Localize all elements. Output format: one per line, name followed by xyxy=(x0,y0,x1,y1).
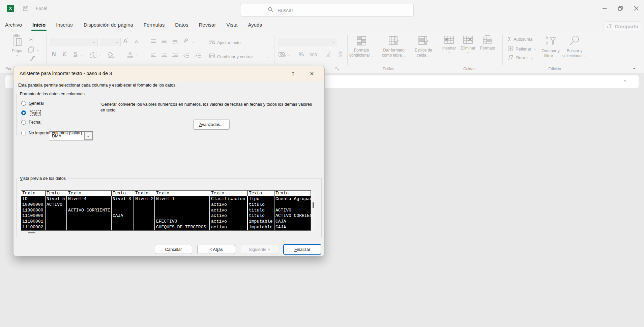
preview-cell[interactable]: 11100001 xyxy=(21,219,46,225)
preview-cell[interactable] xyxy=(46,213,67,219)
tab-revisar[interactable]: Revisar xyxy=(198,21,217,28)
preview-format-cell[interactable]: Texto xyxy=(248,191,274,196)
preview-cell[interactable] xyxy=(67,213,112,219)
align-right-icon[interactable] xyxy=(172,53,178,59)
preview-cell[interactable] xyxy=(134,225,155,230)
wrap-text-icon[interactable] xyxy=(209,39,215,46)
search-input[interactable]: Buscar xyxy=(240,4,414,17)
preview-cell[interactable]: CHEQUES DE TERCEROS xyxy=(155,225,210,230)
orientation-button[interactable]: ab xyxy=(182,37,189,44)
preview-cell[interactable] xyxy=(134,208,155,214)
accounting-format-button[interactable] xyxy=(279,52,286,59)
preview-cell[interactable]: Cuenta Agrupad xyxy=(274,196,311,202)
preview-cell[interactable]: activo xyxy=(210,202,248,208)
preview-cell[interactable]: titulo xyxy=(248,208,274,214)
shrink-font-button[interactable]: Aˇ xyxy=(135,38,139,44)
radio-skip-column[interactable]: No importar columna (saltar) xyxy=(21,131,82,135)
preview-cell[interactable] xyxy=(67,219,112,225)
preview-format-cell[interactable]: Texto xyxy=(67,191,112,196)
percent-button[interactable]: % xyxy=(299,51,304,58)
preview-format-cell[interactable]: Texto xyxy=(46,191,67,196)
preview-cell[interactable]: CAJA xyxy=(274,225,311,230)
preview-cell[interactable]: Tipo xyxy=(248,196,274,202)
preview-cell[interactable]: 11000000 xyxy=(21,208,46,214)
radio-date-circle[interactable] xyxy=(21,120,26,125)
preview-cell[interactable]: Clasificacion xyxy=(210,196,248,202)
preview-cell[interactable]: Nivel 4 xyxy=(67,196,112,202)
autosum-button[interactable]: Σ Autosuma ⌄ xyxy=(508,36,538,42)
number-format-combo[interactable]: ⌄ xyxy=(278,38,337,46)
preview-cell[interactable] xyxy=(134,202,155,208)
preview-vertical-scrollbar[interactable] xyxy=(312,191,315,230)
decrease-indent-icon[interactable] xyxy=(183,53,190,59)
radio-text[interactable]: Texto xyxy=(21,110,41,116)
preview-cell[interactable] xyxy=(155,208,210,214)
number-dialog-launcher-icon[interactable] xyxy=(335,66,339,72)
underline-button[interactable]: S xyxy=(74,51,77,57)
next-button[interactable]: Siguiente > xyxy=(241,245,278,254)
preview-cell[interactable] xyxy=(67,225,112,230)
radio-skip-circle[interactable] xyxy=(21,131,26,135)
dialog-titlebar[interactable]: Asistente para importar texto - paso 3 d… xyxy=(13,66,324,81)
copy-button[interactable] xyxy=(28,46,34,54)
advanced-button[interactable]: Avanzadas... xyxy=(193,120,230,130)
align-left-icon[interactable] xyxy=(150,53,157,59)
decrease-decimal-button[interactable]: .00→.0 xyxy=(336,51,342,57)
font-color-button[interactable]: A xyxy=(127,51,133,58)
preview-format-cell[interactable]: Texto xyxy=(112,191,134,196)
preview-cell[interactable]: Nivel 1 xyxy=(155,196,210,202)
sort-filter-button[interactable]: A Z Ordenar y filtrar ⌄ xyxy=(539,35,562,59)
preview-cell[interactable]: CAJA xyxy=(112,213,134,219)
tab-datos[interactable]: Datos xyxy=(174,21,189,28)
increase-indent-icon[interactable] xyxy=(195,53,202,59)
cancel-button[interactable]: Cancelar xyxy=(155,245,192,254)
comma-style-button[interactable]: 000 xyxy=(310,53,317,57)
radio-general[interactable]: General xyxy=(21,101,43,106)
preview-cell[interactable]: 10000000 xyxy=(21,202,46,208)
preview-format-cell[interactable]: Texto xyxy=(155,191,210,196)
tab-inicio[interactable]: Inicio xyxy=(31,21,47,28)
preview-cell[interactable] xyxy=(112,202,134,208)
preview-cell[interactable]: Nivel 5 xyxy=(46,196,67,202)
align-bottom-icon[interactable] xyxy=(172,39,178,45)
preview-cell[interactable] xyxy=(134,213,155,219)
expand-formula-bar-icon[interactable]: ^ xyxy=(624,79,626,84)
preview-cell[interactable]: 11100002 xyxy=(21,225,46,230)
preview-cell[interactable]: activo xyxy=(210,225,248,230)
increase-decimal-button[interactable]: ←.0.00 xyxy=(325,51,330,57)
align-top-icon[interactable] xyxy=(150,39,157,45)
radio-date[interactable]: Fecha: xyxy=(21,120,41,125)
preview-cell[interactable] xyxy=(274,202,311,208)
conditional-formatting-button[interactable]: Formato condicional ⌄ xyxy=(345,35,378,58)
preview-cell[interactable]: activo xyxy=(210,219,248,225)
preview-format-cell[interactable]: Texto xyxy=(210,191,248,196)
preview-cell[interactable]: titulo xyxy=(248,213,274,219)
format-painter-button[interactable] xyxy=(29,55,35,63)
tab-vista[interactable]: Vista xyxy=(225,21,238,28)
format-cells-button[interactable]: Formato ⌄ xyxy=(478,35,497,54)
preview-cell[interactable] xyxy=(134,219,155,225)
preview-format-cell[interactable]: Texto xyxy=(274,191,311,196)
preview-cell[interactable]: Nivel 2 xyxy=(134,196,155,202)
insert-cells-button[interactable]: Insertar ⌄ xyxy=(440,35,459,54)
radio-general-circle[interactable] xyxy=(21,101,26,106)
tab-insertar[interactable]: Insertar xyxy=(55,21,74,28)
preview-cell[interactable]: Nivel 3 xyxy=(112,196,134,202)
preview-cell[interactable]: activo xyxy=(210,208,248,214)
wrap-text-button[interactable]: Ajustar texto xyxy=(217,40,240,45)
preview-format-cell[interactable]: Texto xyxy=(21,191,46,196)
preview-cell[interactable]: ACTIVO xyxy=(274,208,311,214)
preview-cell[interactable]: imputable xyxy=(248,225,274,230)
preview-cell[interactable]: ACTIVO xyxy=(46,202,67,208)
font-name-combo[interactable]: ⌄ xyxy=(51,38,98,46)
merge-center-button[interactable]: Combinar y centrar xyxy=(217,55,253,59)
find-select-button[interactable]: Buscar y seleccionar ⌄ xyxy=(561,35,588,59)
preview-cell[interactable] xyxy=(67,202,112,208)
format-as-table-button[interactable]: Dar formato como tabla ⌄ xyxy=(378,35,410,58)
share-button[interactable]: Compartir xyxy=(604,21,642,31)
preview-cell[interactable] xyxy=(112,208,134,214)
preview-cell[interactable] xyxy=(155,202,210,208)
cut-button[interactable]: ✂ xyxy=(29,36,33,43)
preview-cell[interactable] xyxy=(112,225,134,230)
tab-f-rmulas[interactable]: Fórmulas xyxy=(143,21,166,28)
